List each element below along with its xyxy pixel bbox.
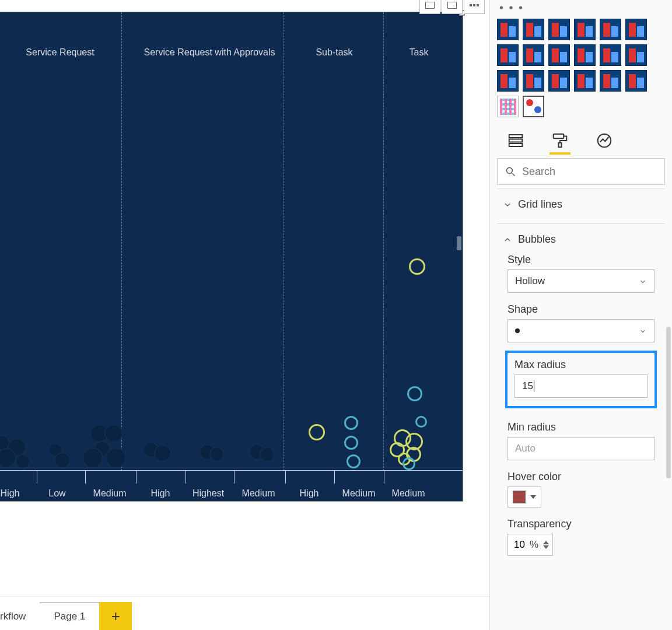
step-up-icon[interactable] xyxy=(543,541,549,544)
group-divider xyxy=(121,12,122,471)
svg-rect-0 xyxy=(509,135,523,138)
max-radius-input[interactable]: 15 xyxy=(522,380,534,393)
viz-tile[interactable] xyxy=(523,70,544,92)
bubble[interactable] xyxy=(209,447,225,462)
page-tabs-strip: rkflow Page 1 + xyxy=(0,596,489,630)
page-tab-prev[interactable]: rkflow xyxy=(0,602,40,630)
bubble[interactable] xyxy=(82,447,103,468)
viz-tile[interactable] xyxy=(497,19,519,40)
chevron-down-icon xyxy=(503,200,512,209)
spinner-stepper[interactable] xyxy=(543,541,549,549)
viz-tile[interactable] xyxy=(523,19,544,40)
x-tick xyxy=(85,471,86,484)
section-bubbles-header[interactable]: Bubbles xyxy=(499,231,663,248)
viz-tile[interactable] xyxy=(600,44,621,66)
analytics-icon xyxy=(596,132,613,149)
bubble[interactable] xyxy=(104,424,123,443)
viz-tile[interactable] xyxy=(600,19,621,40)
prop-max-radius-highlight: Max radius 15 xyxy=(505,351,657,408)
viz-tile[interactable] xyxy=(574,70,596,92)
bubble[interactable] xyxy=(260,447,275,462)
prop-transparency: Transparency 10 % xyxy=(508,518,654,556)
bubble[interactable] xyxy=(402,457,415,470)
fields-icon xyxy=(507,132,524,149)
shape-dropdown[interactable] xyxy=(508,319,654,342)
bubble[interactable] xyxy=(154,444,172,462)
pane-scrollbar[interactable] xyxy=(666,327,671,624)
bubble[interactable] xyxy=(106,447,127,468)
format-roller-icon xyxy=(551,132,569,149)
bubble[interactable] xyxy=(407,386,422,401)
bubble[interactable] xyxy=(415,416,427,428)
x-axis-line xyxy=(0,470,463,471)
bubble[interactable] xyxy=(15,454,30,469)
bubble[interactable] xyxy=(0,448,16,468)
viz-tile[interactable] xyxy=(523,96,544,117)
step-down-icon[interactable] xyxy=(543,545,549,549)
viz-tile[interactable] xyxy=(497,96,519,117)
hover-color-chip xyxy=(513,491,526,503)
viz-tile[interactable] xyxy=(600,70,621,92)
viz-tile[interactable] xyxy=(548,19,570,40)
visual-header-button-3[interactable] xyxy=(464,0,485,14)
prop-hover-color: Hover color xyxy=(508,471,654,508)
svg-rect-3 xyxy=(554,134,564,139)
format-tab[interactable] xyxy=(550,130,570,151)
add-page-button[interactable]: + xyxy=(99,602,132,630)
style-label: Style xyxy=(508,254,654,266)
visual-header-button-2[interactable] xyxy=(442,0,463,14)
x-tick xyxy=(384,471,384,484)
viz-tile[interactable] xyxy=(625,70,647,92)
x-axis-label: High xyxy=(1,488,20,499)
bubble[interactable] xyxy=(309,424,325,440)
prop-style: Style Hollow xyxy=(508,254,654,293)
min-radius-label: Min radius xyxy=(508,421,654,433)
bubble[interactable] xyxy=(344,416,358,430)
x-tick xyxy=(136,471,136,484)
x-axis-label: High xyxy=(300,488,319,499)
transparency-value: 10 xyxy=(514,539,525,551)
hover-color-picker[interactable] xyxy=(508,487,541,508)
chevron-down-icon xyxy=(530,495,536,499)
shape-indicator-icon xyxy=(515,328,520,333)
chart-plot-area: Service RequestService Request with Appr… xyxy=(0,12,463,501)
visual-header-button-1[interactable] xyxy=(419,0,440,14)
style-dropdown[interactable]: Hollow xyxy=(508,270,654,293)
report-canvas[interactable]: Service RequestService Request with Appr… xyxy=(0,0,489,630)
max-radius-label: Max radius xyxy=(514,359,648,371)
viz-tile[interactable] xyxy=(497,70,519,92)
column-header: Service Request xyxy=(26,47,94,58)
viz-tile[interactable] xyxy=(497,44,519,66)
column-header: Task xyxy=(410,47,429,58)
viz-tile[interactable] xyxy=(548,70,570,92)
viz-tile[interactable] xyxy=(574,44,596,66)
min-radius-input[interactable] xyxy=(515,443,647,454)
bubble[interactable] xyxy=(346,454,360,468)
bubble[interactable] xyxy=(54,452,71,468)
analytics-tab[interactable] xyxy=(594,130,615,151)
viz-tile[interactable] xyxy=(523,44,544,66)
viz-tile[interactable] xyxy=(625,44,647,66)
fields-tab[interactable] xyxy=(505,130,526,151)
viz-tile[interactable] xyxy=(574,19,596,40)
bubble-chart-visual[interactable]: Service RequestService Request with Appr… xyxy=(0,12,463,502)
format-search[interactable] xyxy=(497,158,665,185)
x-axis-label: Medium xyxy=(342,488,376,499)
bubble[interactable] xyxy=(409,258,425,275)
bubble[interactable] xyxy=(344,436,358,450)
svg-rect-1 xyxy=(509,139,523,142)
viz-tile[interactable] xyxy=(625,19,647,40)
section-grid-lines-header[interactable]: Grid lines xyxy=(499,196,663,213)
svg-point-6 xyxy=(506,167,512,173)
page-tab-current[interactable]: Page 1 xyxy=(40,602,99,630)
pane-overflow-menu[interactable]: • • • xyxy=(497,5,665,14)
x-axis-label: Low xyxy=(48,488,65,499)
x-tick xyxy=(186,471,186,484)
pane-scrollbar-thumb[interactable] xyxy=(666,327,671,478)
transparency-spinner[interactable]: 10 % xyxy=(508,534,553,556)
svg-rect-4 xyxy=(559,143,562,148)
search-input[interactable] xyxy=(522,166,657,178)
x-tick xyxy=(285,471,286,484)
viz-tile[interactable] xyxy=(548,44,570,66)
shape-label: Shape xyxy=(508,303,654,316)
